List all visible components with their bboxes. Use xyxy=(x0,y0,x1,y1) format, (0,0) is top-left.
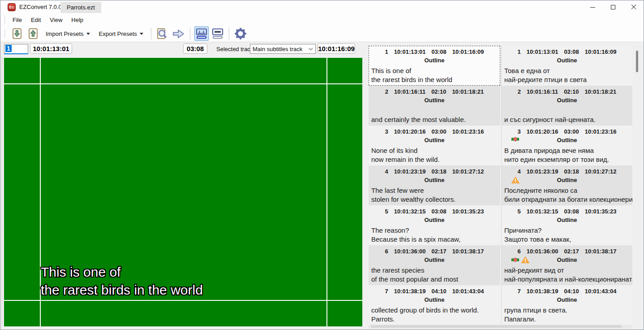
subtitle-style-label: Outline xyxy=(425,57,445,64)
subtitle-entry-end: 10:01:16:09 xyxy=(585,48,617,56)
subtitle-entry-end: 10:01:16:09 xyxy=(452,48,484,56)
toolbar-grip[interactable] xyxy=(4,29,5,38)
maximize-icon xyxy=(611,5,615,9)
subtitle-entry[interactable]: 3 10:01:20:16 03:00 10:01:23:16 Outline … xyxy=(369,126,500,165)
start-timecode-field[interactable]: 10:01:13:01 xyxy=(30,43,72,54)
menu-view[interactable]: View xyxy=(45,17,67,23)
import-file-button[interactable] xyxy=(10,26,24,41)
subtitle-entry-text[interactable]: This is one of the rarest birds in the w… xyxy=(369,66,500,86)
toolbar-separator xyxy=(151,28,151,39)
subtitle-entry[interactable]: 6 10:01:36:00 02:17 10:01:38:17 Outline … xyxy=(502,245,632,285)
subtitle-entry-text[interactable]: Това е една от най-редките птици в света xyxy=(502,66,632,86)
subtitle-style-label: Outline xyxy=(557,57,577,64)
vertical-scrollbar-thumb[interactable] xyxy=(636,51,638,72)
import-presets-label: Import Presets xyxy=(46,30,84,37)
app-icon: Ec xyxy=(8,3,16,11)
subtitle-entry[interactable]: 2 10:01:16:11 02:10 10:01:18:21 Outline … xyxy=(369,86,500,126)
subtitle-entry-duration: 04:10 xyxy=(431,288,446,295)
subtitle-number-value: 1 xyxy=(5,45,12,52)
subtitle-entry-end: 10:01:23:16 xyxy=(452,128,484,135)
subtitle-entry[interactable]: 7 10:01:38:19 04:10 10:01:43:04 Outline … xyxy=(502,285,632,325)
selected-track-label: Selected track: xyxy=(216,46,255,52)
video-subtitle-text: This is one of the rarest birds in the w… xyxy=(41,263,203,299)
subtitle-style-label: Outline xyxy=(425,256,445,263)
chevron-down-icon xyxy=(309,48,313,51)
subtitle-entry-duration: 03:18 xyxy=(431,168,446,175)
subtitle-entry-header: 7 10:01:38:19 04:10 10:01:43:04 xyxy=(369,285,500,295)
subtitle-entry-start: 10:01:13:01 xyxy=(394,48,426,56)
export-file-icon xyxy=(28,28,39,39)
subtitle-entry-header: 5 10:01:32:15 03:08 10:01:35:23 xyxy=(369,205,500,215)
subtitle-entry-text[interactable]: collected group of birds in the world. P… xyxy=(369,306,500,325)
subtitle-style-label: Outline xyxy=(557,256,577,263)
menu-file[interactable]: File xyxy=(8,17,26,23)
subtitle-entry-number: 7 xyxy=(385,288,388,295)
menu-help[interactable]: Help xyxy=(67,17,88,23)
subtitle-entry-text[interactable]: най-редкият вид от най-популярната и най… xyxy=(502,266,632,285)
subtitle-entry[interactable]: 3 10:01:20:16 03:00 10:01:23:16 Outline … xyxy=(502,126,632,165)
subtitle-entry[interactable]: 1 10:01:13:01 03:08 10:01:16:09 Outline … xyxy=(369,46,500,86)
maximize-button[interactable] xyxy=(603,0,623,14)
safe-area-guide-right xyxy=(326,58,327,326)
subtitle-entry-duration: 02:17 xyxy=(564,248,579,255)
subtitle-entry-header: 7 10:01:38:19 04:10 10:01:43:04 xyxy=(502,285,632,295)
ezconvert-window: Ec EZConvert 7.0.0 Parrots.ezt File Edit… xyxy=(0,0,644,330)
subtitle-entry-text[interactable]: група птици в света. Папагали. xyxy=(502,306,632,325)
subtitle-entry-text[interactable]: В дивата природа вече няма нито един екз… xyxy=(502,146,632,165)
subtitle-entry-duration: 03:08 xyxy=(564,208,579,215)
subtitle-entry-text[interactable]: и със сигурност най-ценната. xyxy=(502,115,632,126)
layout-display-subtitles-button[interactable] xyxy=(210,26,225,41)
subtitle-entry-duration: 03:00 xyxy=(431,128,446,135)
import-presets-button[interactable]: Import Presets xyxy=(42,27,94,40)
subtitle-entry-start: 10:01:23:19 xyxy=(527,168,558,175)
subtitle-entry[interactable]: 5 10:01:32:15 03:08 10:01:35:23 Outline … xyxy=(369,205,500,245)
menu-grip[interactable] xyxy=(4,15,5,24)
subtitle-entry-start: 10:01:13:01 xyxy=(527,48,558,56)
convert-button[interactable] xyxy=(172,26,186,41)
subtitle-entry-text[interactable]: The last few were stolen for wealthy col… xyxy=(369,186,500,205)
subtitle-entry[interactable]: 1 10:01:13:01 03:08 10:01:16:09 Outline … xyxy=(502,46,632,86)
gear-icon xyxy=(234,27,247,40)
subtitle-entry-duration: 02:10 xyxy=(564,88,579,96)
export-file-button[interactable] xyxy=(26,26,40,41)
subtitle-entry-start: 10:01:20:16 xyxy=(394,128,426,135)
menu-edit[interactable]: Edit xyxy=(26,17,45,23)
subtitle-entry-text[interactable]: The reason? Because this is a spix macaw… xyxy=(369,226,500,245)
subtitle-entry-text[interactable]: and certainly the most valuable. xyxy=(369,115,500,126)
subtitle-entry[interactable]: 6 10:01:36:00 02:17 10:01:38:17 Outline … xyxy=(369,245,500,285)
subtitle-entry[interactable]: 4 10:01:23:19 03:18 10:01:27:12 Outline … xyxy=(502,165,632,205)
video-preview[interactable]: This is one of the rarest birds in the w… xyxy=(4,58,362,326)
subtitle-entry[interactable]: 4 10:01:23:19 03:18 10:01:27:12 Outline … xyxy=(369,165,500,205)
layout-open-subtitles-button[interactable] xyxy=(194,26,209,41)
toolbar-separator xyxy=(229,28,229,39)
subtitle-entry[interactable]: 5 10:01:32:15 03:08 10:01:35:23 Outline … xyxy=(502,205,632,245)
subtitle-entry[interactable]: 2 10:01:16:11 02:10 10:01:18:21 Outline … xyxy=(502,86,632,126)
minimize-button[interactable] xyxy=(582,0,603,14)
settings-button[interactable] xyxy=(233,26,248,41)
subtitle-entry-number: 5 xyxy=(385,208,388,215)
vertical-scrollbar[interactable] xyxy=(633,45,644,325)
end-timecode-field[interactable]: 10:01:16:09 xyxy=(318,43,355,54)
subtitle-entry-start: 10:01:36:00 xyxy=(394,248,426,255)
convert-arrow-icon xyxy=(172,28,185,39)
preview-button[interactable] xyxy=(155,26,170,41)
subtitle-entry-text[interactable]: Причината? Защото това е макак, xyxy=(502,226,632,245)
duration-field[interactable]: 03:08 xyxy=(183,43,207,54)
export-presets-button[interactable]: Export Presets xyxy=(95,27,147,40)
subtitle-entry-duration: 03:08 xyxy=(564,48,579,56)
subtitle-entry-text[interactable]: the rarest species of the most popular a… xyxy=(369,266,500,285)
subtitle-entry-text[interactable]: None of its kind now remain in the wild. xyxy=(369,146,500,165)
horizontal-scrollbar-thumb[interactable] xyxy=(371,325,622,328)
selected-track-dropdown[interactable]: Main subtitles track xyxy=(250,44,316,54)
subtitle-entry-header: 6 10:01:36:00 02:17 10:01:38:17 xyxy=(369,245,500,255)
subtitle-entry-number: 1 xyxy=(385,48,388,56)
subtitle-number-input[interactable]: 1 xyxy=(4,44,28,54)
subtitle-entry-text[interactable]: Последните няколко са били откраднати за… xyxy=(502,186,632,205)
subtitle-entry[interactable]: 7 10:01:38:19 04:10 10:01:43:04 Outline … xyxy=(369,285,500,325)
subtitle-style-label: Outline xyxy=(425,296,445,303)
panel-splitter[interactable] xyxy=(1,58,3,326)
close-button[interactable] xyxy=(623,0,644,14)
subtitle-entry-number: 2 xyxy=(518,88,521,96)
document-tab[interactable]: Parrots.ezt xyxy=(60,2,101,13)
subtitle-style-label: Outline xyxy=(557,296,577,303)
